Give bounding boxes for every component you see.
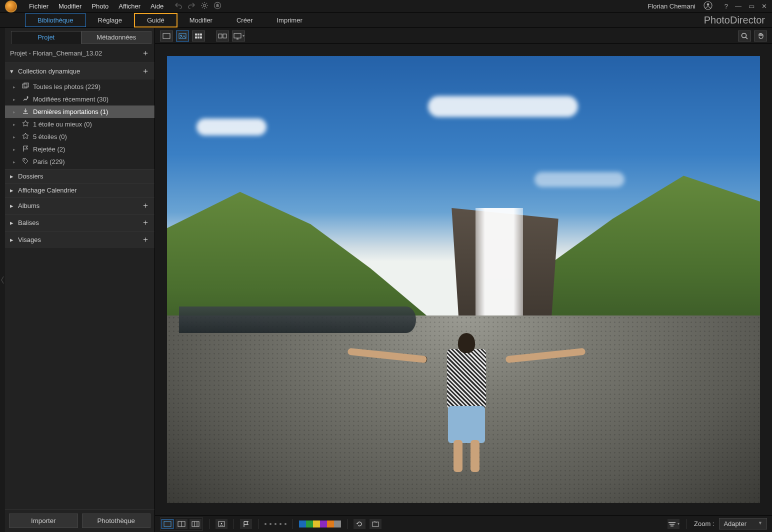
section-balises[interactable]: ▸Balises＋: [5, 214, 154, 231]
menu-aide[interactable]: Aide: [146, 0, 168, 12]
menu-fichier[interactable]: Fichier: [24, 0, 54, 12]
face-tag-button[interactable]: [216, 519, 228, 529]
collection-item[interactable]: ▸Modifiées récemment (30): [5, 93, 154, 106]
svg-point-3: [706, 4, 709, 6]
menu-modifier[interactable]: Modifier: [54, 0, 86, 12]
menu-afficher[interactable]: Afficher: [114, 0, 146, 12]
secondary-display-button[interactable]: ▾: [232, 30, 245, 42]
svg-point-10: [180, 34, 182, 36]
svg-point-7: [24, 160, 25, 160]
layout-grid-button[interactable]: [190, 519, 202, 529]
svg-point-6: [27, 96, 28, 98]
color-swatch[interactable]: [334, 520, 341, 528]
import-button[interactable]: Importer: [9, 514, 78, 528]
chevron-right-icon: ▸: [10, 172, 15, 180]
flag-button[interactable]: [240, 519, 252, 529]
add-project-button[interactable]: ＋: [142, 48, 150, 58]
close-button[interactable]: ✕: [762, 2, 767, 10]
user-name[interactable]: Florian Chemani: [648, 2, 695, 10]
recent-icon: [22, 95, 29, 104]
view-mode-single-button[interactable]: [160, 30, 173, 42]
collection-item-label: 5 étoiles (0): [33, 133, 67, 140]
collection-item-label: Rejetée (2): [33, 146, 65, 153]
svg-point-20: [742, 33, 746, 38]
photo-preview: [167, 56, 760, 503]
help-button[interactable]: ?: [724, 2, 728, 10]
section-dossiers[interactable]: ▸Dossiers: [5, 170, 154, 183]
crop-button[interactable]: [370, 519, 382, 529]
photo-canvas[interactable]: [155, 44, 772, 515]
collection-item[interactable]: ▸Toutes les photos (229): [5, 80, 154, 93]
left-tab-projet[interactable]: Projet: [11, 31, 82, 44]
color-labels[interactable]: [299, 520, 341, 528]
pan-tool-button[interactable]: [754, 30, 767, 42]
zoom-select[interactable]: Adapter: [719, 518, 767, 530]
add-visage-button[interactable]: ＋: [142, 234, 150, 245]
chevron-right-icon: ▸: [13, 147, 18, 152]
rating-stars[interactable]: [264, 523, 286, 525]
minimize-button[interactable]: —: [735, 2, 742, 10]
chevron-right-icon: ▸: [13, 134, 18, 140]
svg-rect-24: [192, 522, 199, 526]
collection-item[interactable]: ▸Dernières importations (1): [5, 106, 154, 118]
svg-rect-17: [218, 34, 222, 38]
section-calendrier[interactable]: ▸Affichage Calendrier: [5, 184, 154, 197]
section-albums[interactable]: ▸Albums＋: [5, 198, 154, 214]
section-collection-dynamique[interactable]: ▾ Collection dynamique ＋: [5, 63, 154, 80]
chevron-right-icon: ▸: [13, 122, 18, 127]
tab-guide[interactable]: Guidé: [134, 13, 178, 28]
settings-icon[interactable]: [200, 2, 208, 11]
project-title: Projet - Florian_Chemani_13.02: [10, 50, 102, 57]
color-swatch[interactable]: [320, 520, 327, 528]
panel-collapse-handle[interactable]: [0, 28, 5, 532]
svg-point-28: [221, 522, 222, 524]
chevron-right-icon: ▸: [13, 97, 18, 102]
app-logo-icon: [5, 0, 17, 12]
collection-item[interactable]: ▸Paris (229): [5, 156, 154, 168]
tab-bibliotheque[interactable]: Bibliothèque: [25, 14, 86, 27]
collection-item[interactable]: ▸5 étoiles (0): [5, 130, 154, 143]
tab-imprimer[interactable]: Imprimer: [264, 14, 314, 26]
color-swatch[interactable]: [299, 520, 306, 528]
undo-icon[interactable]: [174, 2, 182, 10]
section-visages[interactable]: ▸Visages＋: [5, 232, 154, 248]
compare-button[interactable]: [216, 30, 229, 42]
svg-rect-14: [195, 36, 197, 38]
phototheque-button[interactable]: Photothèque: [82, 514, 151, 528]
collection-item[interactable]: ▸Rejetée (2): [5, 143, 154, 156]
filter-list-button[interactable]: ▾: [668, 519, 680, 529]
layout-single-button[interactable]: [162, 519, 174, 529]
menu-photo[interactable]: Photo: [86, 0, 114, 12]
add-collection-button[interactable]: ＋: [142, 66, 150, 76]
left-tab-metadonnees[interactable]: Métadonnées: [82, 31, 152, 44]
tab-modifier[interactable]: Modifier: [178, 14, 224, 26]
chevron-right-icon: ▸: [13, 110, 18, 114]
collection-item-label: Paris (229): [33, 158, 65, 166]
view-mode-grid-button[interactable]: [192, 30, 205, 42]
zoom-tool-button[interactable]: [738, 30, 751, 42]
star-icon: [22, 120, 29, 128]
svg-rect-12: [198, 34, 200, 36]
collection-item-label: 1 étoile ou mieux (0): [33, 120, 92, 128]
chevron-right-icon: ▸: [10, 236, 15, 244]
maximize-button[interactable]: ▭: [748, 2, 754, 10]
svg-rect-11: [195, 34, 197, 36]
notifications-icon[interactable]: [214, 2, 222, 11]
tab-reglage[interactable]: Réglage: [86, 14, 134, 26]
photos-icon: [22, 82, 29, 91]
add-balise-button[interactable]: ＋: [142, 218, 150, 228]
svg-rect-15: [198, 36, 200, 38]
add-album-button[interactable]: ＋: [142, 200, 150, 211]
chevron-right-icon: ▸: [10, 202, 15, 210]
redo-icon[interactable]: [188, 2, 196, 10]
color-swatch[interactable]: [327, 520, 334, 528]
collection-item[interactable]: ▸1 étoile ou mieux (0): [5, 118, 154, 130]
color-swatch[interactable]: [306, 520, 313, 528]
layout-split-button[interactable]: [176, 519, 188, 529]
tab-creer[interactable]: Créer: [224, 14, 265, 26]
color-swatch[interactable]: [313, 520, 320, 528]
view-mode-photo-button[interactable]: [176, 30, 189, 42]
rotate-button[interactable]: [354, 519, 366, 529]
chevron-right-icon: ▸: [13, 84, 18, 90]
user-avatar-icon[interactable]: [704, 1, 712, 12]
